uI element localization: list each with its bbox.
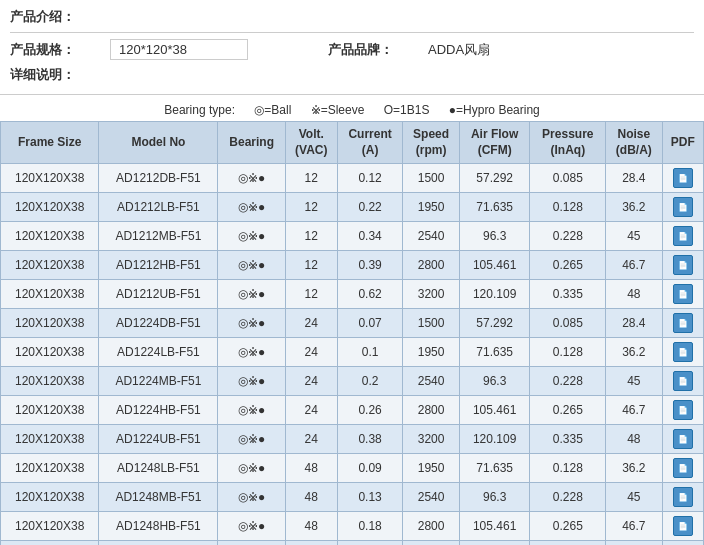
cell-pdf[interactable]: 📄 — [662, 541, 703, 545]
cell-0: 120X120X38 — [1, 454, 99, 483]
cell-1: AD1224DB-F51 — [99, 309, 218, 338]
cell-6: 105.461 — [459, 251, 530, 280]
cell-4: 0.18 — [337, 512, 403, 541]
cell-3: 12 — [285, 164, 337, 193]
cell-6: 105.461 — [459, 396, 530, 425]
cell-6: 96.3 — [459, 483, 530, 512]
cell-8: 48 — [606, 541, 662, 545]
cell-0: 120X120X38 — [1, 164, 99, 193]
table-row: 120X120X38AD1224MB-F51◎※●240.2254096.30.… — [1, 367, 704, 396]
col-bearing: Bearing — [218, 122, 285, 164]
cell-2: ◎※● — [218, 251, 285, 280]
pdf-icon[interactable]: 📄 — [673, 197, 693, 217]
table-row: 120X120X38AD1212DB-F51◎※●120.12150057.29… — [1, 164, 704, 193]
cell-0: 120X120X38 — [1, 193, 99, 222]
cell-5: 1950 — [403, 338, 459, 367]
pdf-icon[interactable]: 📄 — [673, 516, 693, 536]
pdf-icon[interactable]: 📄 — [673, 458, 693, 478]
cell-4: 0.2 — [337, 367, 403, 396]
cell-1: AD1212DB-F51 — [99, 164, 218, 193]
cell-6: 120.109 — [459, 425, 530, 454]
cell-0: 120X120X38 — [1, 483, 99, 512]
cell-8: 48 — [606, 425, 662, 454]
table-row: 120X120X38AD1224HB-F51◎※●240.262800105.4… — [1, 396, 704, 425]
cell-7: 0.228 — [530, 483, 606, 512]
cell-2: ◎※● — [218, 338, 285, 367]
cell-1: AD1224HB-F51 — [99, 396, 218, 425]
pdf-icon[interactable]: 📄 — [673, 487, 693, 507]
table-row: 120X120X38AD1224DB-F51◎※●240.07150057.29… — [1, 309, 704, 338]
cell-1: AD1212LB-F51 — [99, 193, 218, 222]
cell-0: 120X120X38 — [1, 541, 99, 545]
cell-5: 3200 — [403, 425, 459, 454]
table-row: 120X120X38AD1248LB-F51◎※●480.09195071.63… — [1, 454, 704, 483]
pdf-icon[interactable]: 📄 — [673, 342, 693, 362]
cell-pdf[interactable]: 📄 — [662, 309, 703, 338]
pdf-icon[interactable]: 📄 — [673, 168, 693, 188]
cell-pdf[interactable]: 📄 — [662, 425, 703, 454]
cell-3: 48 — [285, 454, 337, 483]
cell-pdf[interactable]: 📄 — [662, 396, 703, 425]
col-noise: Noise(dB/A) — [606, 122, 662, 164]
cell-pdf[interactable]: 📄 — [662, 251, 703, 280]
cell-pdf[interactable]: 📄 — [662, 367, 703, 396]
pdf-icon[interactable]: 📄 — [673, 284, 693, 304]
cell-3: 24 — [285, 338, 337, 367]
cell-8: 46.7 — [606, 512, 662, 541]
cell-3: 24 — [285, 396, 337, 425]
cell-pdf[interactable]: 📄 — [662, 454, 703, 483]
cell-0: 120X120X38 — [1, 367, 99, 396]
cell-3: 12 — [285, 280, 337, 309]
pdf-icon[interactable]: 📄 — [673, 226, 693, 246]
cell-4: 0.62 — [337, 280, 403, 309]
cell-4: 0.22 — [337, 193, 403, 222]
pdf-icon[interactable]: 📄 — [673, 313, 693, 333]
pdf-icon[interactable]: 📄 — [673, 429, 693, 449]
pdf-icon[interactable]: 📄 — [673, 371, 693, 391]
cell-6: 57.292 — [459, 309, 530, 338]
cell-3: 12 — [285, 251, 337, 280]
cell-7: 0.228 — [530, 222, 606, 251]
cell-4: 0.26 — [337, 396, 403, 425]
bearing-sleeve: ※=Sleeve — [311, 103, 365, 117]
pdf-icon[interactable]: 📄 — [673, 255, 693, 275]
cell-5: 2800 — [403, 251, 459, 280]
cell-1: AD1224LB-F51 — [99, 338, 218, 367]
cell-pdf[interactable]: 📄 — [662, 338, 703, 367]
cell-pdf[interactable]: 📄 — [662, 483, 703, 512]
cell-4: 0.07 — [337, 309, 403, 338]
cell-1: AD1212UB-F51 — [99, 280, 218, 309]
cell-1: AD1224UB-F51 — [99, 425, 218, 454]
cell-pdf[interactable]: 📄 — [662, 512, 703, 541]
table-row: 120X120X38AD1212HB-F51◎※●120.392800105.4… — [1, 251, 704, 280]
cell-3: 48 — [285, 483, 337, 512]
cell-4: 0.38 — [337, 425, 403, 454]
cell-7: 0.228 — [530, 367, 606, 396]
table-row: 120X120X38AD1212LB-F51◎※●120.22195071.63… — [1, 193, 704, 222]
cell-3: 48 — [285, 512, 337, 541]
cell-5: 2540 — [403, 483, 459, 512]
cell-2: ◎※● — [218, 280, 285, 309]
cell-5: 2800 — [403, 512, 459, 541]
pdf-icon[interactable]: 📄 — [673, 400, 693, 420]
table-row: 120X120X38AD1212MB-F51◎※●120.34254096.30… — [1, 222, 704, 251]
cell-0: 120X120X38 — [1, 222, 99, 251]
cell-pdf[interactable]: 📄 — [662, 164, 703, 193]
cell-5: 2540 — [403, 222, 459, 251]
cell-pdf[interactable]: 📄 — [662, 193, 703, 222]
cell-2: ◎※● — [218, 193, 285, 222]
cell-4: 0.1 — [337, 338, 403, 367]
cell-0: 120X120X38 — [1, 396, 99, 425]
col-current: Current(A) — [337, 122, 403, 164]
product-spec-row: 产品规格： 120*120*38 产品品牌： ADDA风扇 — [10, 39, 694, 60]
product-brand-value: ADDA风扇 — [428, 41, 490, 59]
cell-5: 1500 — [403, 164, 459, 193]
cell-pdf[interactable]: 📄 — [662, 222, 703, 251]
table-row: 120X120X38AD1212UB-F51◎※●120.623200120.1… — [1, 280, 704, 309]
cell-4: 0.34 — [337, 222, 403, 251]
cell-1: AD1224MB-F51 — [99, 367, 218, 396]
cell-1: AD1248MB-F51 — [99, 483, 218, 512]
cell-pdf[interactable]: 📄 — [662, 280, 703, 309]
cell-1: AD1248HB-F51 — [99, 512, 218, 541]
cell-2: ◎※● — [218, 512, 285, 541]
